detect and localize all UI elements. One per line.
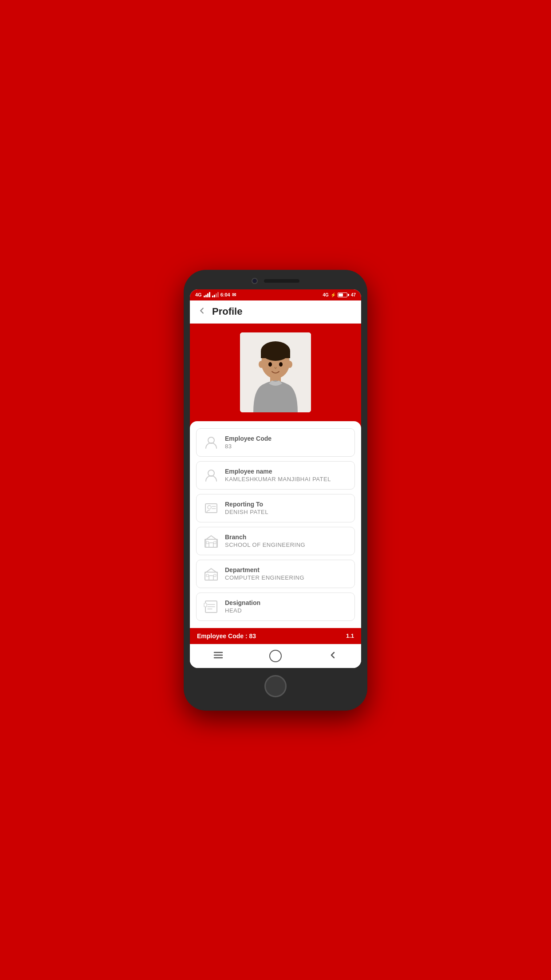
employee-name-content: Employee name KAMLESHKUMAR MANJIBHAI PAT… bbox=[225, 468, 331, 482]
svg-rect-30 bbox=[204, 603, 207, 607]
svg-point-10 bbox=[208, 437, 214, 443]
home-hardware-button[interactable] bbox=[264, 675, 287, 697]
reporting-to-label: Reporting To bbox=[225, 501, 268, 508]
employee-code-content: Employee Code 83 bbox=[225, 435, 272, 450]
branch-content: Branch SCHOOL OF ENGINEERING bbox=[225, 533, 305, 548]
signal-bars-2 bbox=[212, 292, 219, 297]
designation-content: Designation HEAD bbox=[225, 599, 260, 614]
svg-point-8 bbox=[259, 361, 264, 368]
svg-rect-22 bbox=[205, 572, 217, 580]
phone-top bbox=[190, 278, 361, 284]
profile-photo bbox=[240, 332, 311, 412]
svg-point-9 bbox=[287, 361, 292, 368]
time-label: 6:04 bbox=[220, 292, 230, 297]
charging-icon: ⚡ bbox=[331, 292, 336, 297]
department-card: Department COMPUTER ENGINEERING bbox=[196, 560, 355, 588]
svg-rect-16 bbox=[205, 539, 217, 547]
employee-name-card: Employee name KAMLESHKUMAR MANJIBHAI PAT… bbox=[196, 461, 355, 490]
employee-code-card: Employee Code 83 bbox=[196, 428, 355, 457]
phone-frame: 4G 6:04 ✉ 4G ⚡ 47 bbox=[184, 270, 367, 711]
department-value: COMPUTER ENGINEERING bbox=[225, 574, 304, 581]
employee-name-value: KAMLESHKUMAR MANJIBHAI PATEL bbox=[225, 476, 331, 482]
employee-name-label: Employee name bbox=[225, 468, 331, 475]
employee-code-value: 83 bbox=[225, 443, 272, 450]
employee-code-icon bbox=[203, 434, 220, 451]
svg-point-5 bbox=[268, 362, 272, 367]
bottom-bar-version: 1.1 bbox=[346, 632, 354, 639]
signal-bars-1 bbox=[204, 292, 210, 297]
network1-label: 4G bbox=[195, 292, 202, 297]
battery-level: 47 bbox=[351, 292, 356, 297]
speaker bbox=[264, 279, 299, 283]
svg-rect-17 bbox=[209, 543, 213, 547]
designation-label: Designation bbox=[225, 599, 260, 606]
email-icon: ✉ bbox=[232, 292, 236, 298]
designation-card: Designation HEAD bbox=[196, 593, 355, 621]
back-button[interactable] bbox=[197, 306, 207, 318]
phone-screen: 4G 6:04 ✉ 4G ⚡ 47 bbox=[190, 289, 361, 668]
status-left: 4G 6:04 ✉ bbox=[195, 292, 236, 298]
reporting-to-content: Reporting To DENISH PATEL bbox=[225, 501, 268, 515]
employee-code-label: Employee Code bbox=[225, 435, 272, 442]
app-bar: Profile bbox=[190, 300, 361, 324]
employee-name-icon bbox=[203, 467, 220, 484]
bottom-bar-text: Employee Code : 83 bbox=[197, 632, 256, 640]
svg-rect-18 bbox=[206, 541, 209, 544]
department-icon bbox=[203, 565, 220, 582]
svg-point-6 bbox=[279, 362, 283, 367]
svg-point-11 bbox=[208, 470, 214, 476]
reporting-to-value: DENISH PATEL bbox=[225, 509, 268, 515]
designation-icon bbox=[203, 598, 220, 615]
network3-label: 4G bbox=[323, 292, 329, 297]
svg-point-13 bbox=[208, 506, 211, 509]
svg-rect-24 bbox=[206, 574, 209, 577]
branch-value: SCHOOL OF ENGINEERING bbox=[225, 541, 305, 548]
home-button[interactable] bbox=[269, 650, 282, 662]
nav-back-button[interactable] bbox=[327, 650, 338, 663]
bottom-bar: Employee Code : 83 1.1 bbox=[190, 628, 361, 644]
branch-card: Branch SCHOOL OF ENGINEERING bbox=[196, 527, 355, 555]
svg-rect-25 bbox=[214, 574, 216, 577]
status-right: 4G ⚡ 47 bbox=[323, 292, 356, 297]
status-bar: 4G 6:04 ✉ 4G ⚡ 47 bbox=[190, 289, 361, 300]
reporting-to-icon bbox=[203, 500, 220, 517]
department-label: Department bbox=[225, 566, 304, 573]
camera bbox=[252, 278, 258, 284]
branch-label: Branch bbox=[225, 533, 305, 541]
page-title: Profile bbox=[212, 306, 242, 317]
branch-icon bbox=[203, 533, 220, 549]
svg-rect-19 bbox=[214, 541, 216, 544]
designation-value: HEAD bbox=[225, 607, 260, 614]
nav-bar bbox=[190, 644, 361, 668]
svg-rect-23 bbox=[209, 576, 213, 580]
department-content: Department COMPUTER ENGINEERING bbox=[225, 566, 304, 581]
svg-rect-4 bbox=[261, 351, 290, 358]
battery-indicator bbox=[338, 292, 349, 297]
menu-button[interactable] bbox=[213, 650, 224, 663]
reporting-to-card: Reporting To DENISH PATEL bbox=[196, 494, 355, 522]
cards-section: Employee Code 83 Employee name KAMLESHKU… bbox=[190, 421, 361, 628]
